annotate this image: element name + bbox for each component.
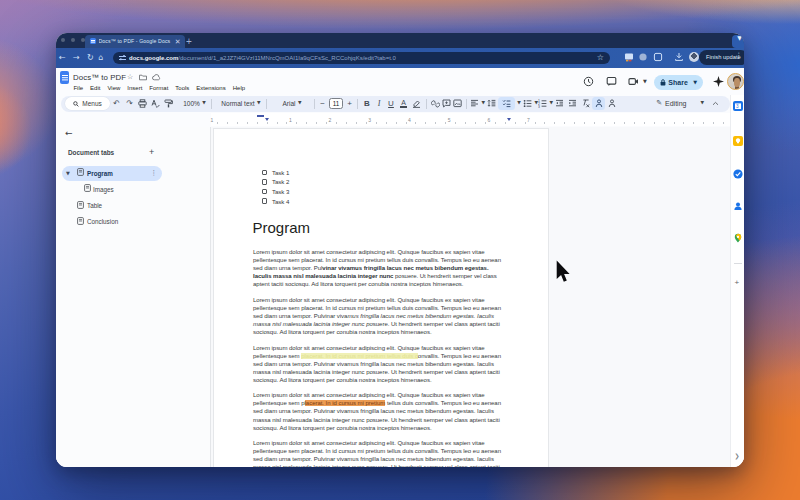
extensions-menu-icon[interactable] <box>653 52 663 62</box>
sidebar-item-program[interactable]: ▼ Program⋮ <box>56 165 210 181</box>
document-page[interactable]: Task 1Task 2Task 3Task 4 Program Lorem i… <box>213 128 549 467</box>
gemini-spark-icon[interactable] <box>713 76 724 87</box>
indent-bar-marker[interactable] <box>257 115 264 117</box>
menu-help[interactable]: Help <box>233 85 245 91</box>
menu-file[interactable]: File <box>73 85 83 91</box>
menu-format[interactable]: Format <box>149 85 168 91</box>
meet-dropdown-icon[interactable]: ▼ <box>643 79 647 84</box>
add-tab-button[interactable]: + <box>149 147 154 157</box>
checkbox[interactable] <box>262 189 267 194</box>
document-heading[interactable]: Program <box>253 219 311 236</box>
redo-button[interactable]: ↷ <box>123 97 136 110</box>
underline-button[interactable]: U <box>385 97 397 110</box>
meet-video-icon[interactable] <box>628 76 639 87</box>
menu-view[interactable]: View <box>107 85 120 91</box>
insert-link-button[interactable] <box>430 97 441 110</box>
tab-close-icon[interactable]: ✕ <box>175 38 181 45</box>
bulleted-list-button[interactable]: ▼ <box>523 97 538 110</box>
paragraph[interactable]: Lorem ipsum dolor sit amet consectetur a… <box>253 439 505 467</box>
menu-extensions[interactable]: Extensions <box>196 85 225 91</box>
paragraph[interactable]: Lorem ipsum dolor sit amet consectetur a… <box>253 344 505 384</box>
paragraph[interactable]: Lorem ipsum dolor sit amet consectetur a… <box>253 248 505 288</box>
back-icon[interactable]: ← <box>59 54 66 62</box>
chevron-down-icon[interactable]: ▼ <box>66 171 70 176</box>
contacts-icon[interactable] <box>733 201 743 211</box>
browser-menu-icon[interactable]: ⋮ <box>735 52 743 60</box>
zoom-select[interactable]: 100%▼ <box>181 97 208 110</box>
comments-icon[interactable] <box>606 76 617 87</box>
calendar-icon[interactable]: 3 <box>733 101 743 111</box>
print-button[interactable] <box>136 97 149 110</box>
maps-icon[interactable] <box>733 233 743 243</box>
font-size-input[interactable]: 11 <box>329 98 343 109</box>
account-avatar[interactable] <box>727 73 744 90</box>
version-history-icon[interactable] <box>583 76 594 87</box>
paint-format-button[interactable] <box>162 97 175 110</box>
align-button[interactable]: ▼ <box>470 97 485 110</box>
address-bar[interactable]: docs.google.com/document/d/1_a2JZ7i4GVzI… <box>113 52 610 65</box>
text-color-button[interactable]: A <box>397 97 410 110</box>
get-addons-button[interactable]: + <box>735 278 740 287</box>
download-icon[interactable] <box>674 52 684 62</box>
keep-icon[interactable] <box>733 136 743 146</box>
insert-image-button[interactable] <box>452 97 463 110</box>
close-panel-arrow-icon[interactable]: ← <box>65 129 73 138</box>
add-comment-button[interactable] <box>441 97 452 110</box>
star-document-icon[interactable]: ☆ <box>127 74 133 81</box>
increase-indent-button[interactable] <box>566 97 579 110</box>
numbered-list-button[interactable]: 123▼ <box>538 97 553 110</box>
checkbox[interactable] <box>262 198 267 203</box>
tasks-icon[interactable] <box>733 169 743 179</box>
paragraph[interactable]: Lorem ipsum dolor sit amet consectetur a… <box>253 391 505 431</box>
highlight-color-button[interactable] <box>410 97 423 110</box>
home-icon[interactable]: ⌂ <box>99 54 104 62</box>
person-tool-button[interactable] <box>592 97 605 110</box>
sidebar-item-table[interactable]: Table <box>56 197 210 213</box>
menus-search-button[interactable]: Menus <box>65 97 110 110</box>
tab-search-chevron-icon[interactable]: ▼ <box>732 35 744 48</box>
document-title[interactable]: Docs™ to PDF <box>73 73 126 82</box>
clear-formatting-button[interactable] <box>579 97 592 110</box>
reload-icon[interactable]: ↻ <box>87 54 94 62</box>
item-menu-icon[interactable]: ⋮ <box>151 170 158 177</box>
increase-font-size-button[interactable]: + <box>345 97 354 110</box>
checkbox[interactable] <box>262 179 267 184</box>
spell-check-button[interactable] <box>149 97 162 110</box>
editing-mode-select[interactable]: ✎ Editing ▼ <box>656 97 704 110</box>
sidebar-item-conclusion[interactable]: Conclusion <box>56 213 210 229</box>
bold-button[interactable]: B <box>361 97 373 110</box>
move-folder-icon[interactable] <box>139 74 147 81</box>
decrease-indent-button[interactable] <box>553 97 566 110</box>
first-line-indent-marker[interactable] <box>265 118 269 121</box>
decrease-font-size-button[interactable]: − <box>318 97 327 110</box>
font-select[interactable]: Arial▼ <box>273 97 311 110</box>
share-dropdown-icon[interactable]: ▼ <box>693 80 697 85</box>
sidebar-item-images[interactable]: Images <box>56 181 210 197</box>
checkbox[interactable] <box>262 170 267 175</box>
line-spacing-button[interactable] <box>485 97 498 110</box>
paragraph[interactable]: Lorem ipsum dolor sit amet consectetur a… <box>253 296 505 336</box>
extension-icon[interactable] <box>638 52 648 62</box>
docs-logo-icon[interactable] <box>60 71 69 84</box>
document-paragraphs[interactable]: Lorem ipsum dolor sit amet consectetur a… <box>253 248 505 467</box>
paragraph-style-select[interactable]: Normal text▼ <box>219 97 263 110</box>
right-indent-marker[interactable] <box>507 118 511 121</box>
person-tool-alt-button[interactable] <box>605 97 618 110</box>
collapse-toolbar-button[interactable] <box>704 97 726 110</box>
undo-button[interactable]: ↶ <box>110 97 123 110</box>
checklist-button[interactable] <box>498 97 515 110</box>
checklist-dropdown[interactable]: ▼ <box>515 97 523 110</box>
site-settings-icon[interactable] <box>119 54 126 61</box>
bookmark-star-icon[interactable]: ☆ <box>597 54 604 62</box>
share-button[interactable]: Share ▼ <box>654 75 703 90</box>
menu-edit[interactable]: Edit <box>90 85 100 91</box>
window-close-button[interactable] <box>61 38 65 42</box>
window-minimize-button[interactable] <box>71 38 75 42</box>
forward-icon[interactable]: → <box>73 54 80 62</box>
extension-icon[interactable] <box>624 52 634 62</box>
menu-insert[interactable]: Insert <box>127 85 142 91</box>
browser-tab[interactable]: Docs™ to PDF - Google Docs ✕ <box>85 35 185 48</box>
new-tab-button[interactable]: + <box>186 36 192 48</box>
menu-tools[interactable]: Tools <box>175 85 189 91</box>
browser-profile-avatar[interactable] <box>689 52 699 62</box>
